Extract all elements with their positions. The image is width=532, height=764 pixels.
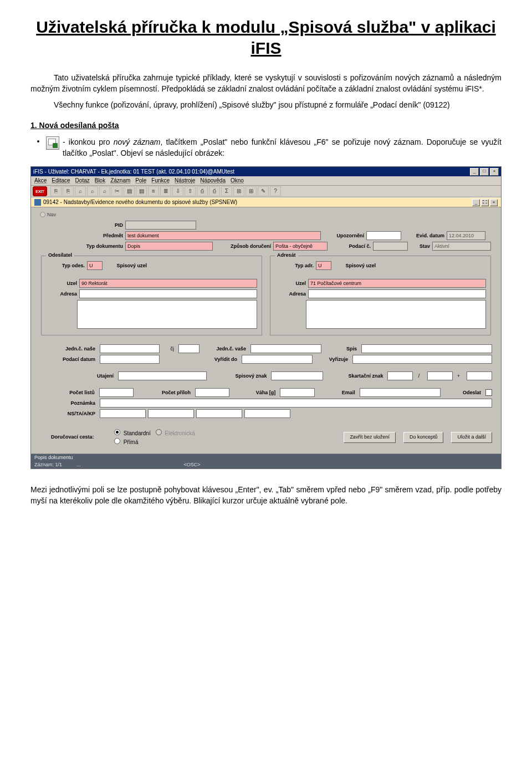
vyrizuje-label: Vyřizuje — [315, 357, 350, 362]
skartznak-field-2[interactable] — [427, 371, 453, 380]
radio-elektron-label: Elektronická — [165, 430, 195, 436]
jednvase-field[interactable] — [250, 344, 321, 353]
toolbar-button[interactable]: ⊞ — [245, 186, 257, 196]
toolbar-button[interactable]: ▤ — [124, 186, 135, 196]
zpusob-field[interactable]: Pošta - obyčejně — [273, 242, 328, 251]
adresa-a-field[interactable] — [308, 289, 486, 298]
typdok-label: Typ dokumentu — [40, 244, 125, 249]
skartznak-field-3[interactable] — [467, 371, 492, 380]
exit-button[interactable]: EXIT — [33, 186, 47, 196]
vyrizuje-field[interactable] — [352, 355, 492, 364]
menu-okno[interactable]: Okno — [231, 178, 244, 184]
toolbar-button[interactable]: ✂ — [111, 186, 122, 196]
uzel-a-field[interactable]: 71 Počítačové centrum — [308, 279, 486, 288]
maximize-button[interactable]: □ — [480, 168, 489, 176]
ulozit-button[interactable]: Uložit a další — [451, 432, 492, 443]
pocetpriloh-label: Počet příloh — [136, 390, 193, 395]
toolbar-button[interactable]: ⎘ — [63, 186, 74, 196]
toolbar-button[interactable]: ⎙ — [197, 186, 208, 196]
radio-standard[interactable] — [114, 429, 120, 435]
window-title: iFIS - Uživatel: CHARVAT - Ek.jednotka: … — [33, 169, 234, 175]
podacic-field[interactable] — [373, 242, 408, 251]
status-line-1: Popis dokumentu — [31, 454, 501, 461]
toolbar-button[interactable]: ⌕ — [99, 186, 110, 196]
toolbar-button[interactable]: ⎘ — [50, 186, 62, 196]
eviddatum-field[interactable]: 12.04.2010 — [447, 231, 485, 240]
menu-editace[interactable]: Editace — [52, 178, 70, 184]
menu-napoveda[interactable]: Nápověda — [200, 178, 226, 184]
predmet-field[interactable]: test dokument — [125, 231, 321, 240]
menu-blok[interactable]: Blok — [95, 178, 105, 184]
a-field[interactable] — [196, 409, 242, 418]
vaha-field[interactable] — [280, 388, 314, 397]
typdok-field[interactable]: Dopis — [125, 242, 213, 251]
menu-zaznam[interactable]: Záznam — [110, 178, 130, 184]
pocetpriloh-field[interactable] — [195, 388, 229, 397]
toolbar-button[interactable]: ? — [270, 186, 281, 196]
vyriditdo-field[interactable] — [242, 355, 313, 364]
skartznak-field-1[interactable] — [387, 371, 413, 380]
toolbar-button[interactable]: ⇩ — [172, 186, 183, 196]
toolbar-button[interactable]: ⌕ — [75, 186, 86, 196]
stav-field[interactable]: Aktivní — [432, 242, 491, 251]
upozorneni-field[interactable] — [366, 231, 401, 240]
typadr-field[interactable]: U — [316, 261, 331, 270]
jednnase-field[interactable] — [100, 344, 160, 353]
radio-prima[interactable] — [114, 438, 120, 444]
cj-field[interactable] — [178, 344, 200, 353]
odesilatel-group: Odesílatel Typ odes. U Spisový uzel Uzel… — [41, 256, 262, 335]
sub-maximize-button[interactable]: ⛶ — [481, 199, 489, 206]
jednvase-label: Jedn.č. vaše — [202, 347, 248, 352]
toolbar-button[interactable]: ⎙ — [209, 186, 220, 196]
kp-field[interactable] — [244, 409, 290, 418]
sub-minimize-button[interactable]: _ — [472, 199, 480, 206]
toolbar-button[interactable]: ✎ — [258, 186, 269, 196]
app-screenshot: iFIS - Uživatel: CHARVAT - Ek.jednotka: … — [30, 166, 502, 469]
utajeni-field[interactable] — [118, 371, 207, 380]
odeslat-checkbox[interactable] — [485, 389, 492, 396]
spisznak-field[interactable] — [271, 371, 323, 380]
toolbar: EXIT ⎘ ⎘ ⌕ ⌕ ⌕ ✂ ▤ ▤ ≡ ≣ ⇩ ⇧ ⎙ ⎙ Σ ⊞ ⊞ ✎… — [31, 186, 501, 197]
toolbar-button[interactable]: ⊞ — [233, 186, 244, 196]
minimize-button[interactable]: _ — [470, 168, 479, 176]
sub-close-button[interactable]: × — [490, 199, 498, 206]
ns-field[interactable] — [100, 409, 146, 418]
spis-field[interactable] — [361, 344, 492, 353]
menu-bar: Akce Editace Dotaz Blok Záznam Pole Funk… — [31, 176, 501, 186]
stav-label: Stav — [408, 244, 432, 249]
close-button[interactable]: × — [490, 168, 499, 176]
toolbar-button[interactable]: ⇧ — [185, 186, 196, 196]
pid-field[interactable] — [125, 221, 196, 230]
menu-pole[interactable]: Pole — [135, 178, 146, 184]
email-field[interactable] — [360, 388, 441, 397]
adresa-a-textarea[interactable] — [306, 300, 486, 329]
skartznak-label: Skartační znak — [325, 374, 385, 379]
spisznak-label: Spisový znak — [209, 374, 269, 379]
poznamka-label: Poznámka — [40, 401, 98, 406]
uzel-o-field[interactable]: 90 Rektorát — [79, 279, 257, 288]
toolbar-button[interactable]: ≡ — [148, 186, 159, 196]
bullet-marker: • — [30, 136, 46, 146]
jednnase-label: Jedn.č. naše — [40, 347, 98, 352]
odesilatel-legend: Odesílatel — [46, 253, 74, 258]
doruc-label: Doručovací cesta: — [40, 435, 109, 440]
toolbar-button[interactable]: ⌕ — [87, 186, 98, 196]
typodes-field[interactable]: U — [87, 261, 103, 270]
toolbar-button[interactable]: ≣ — [160, 186, 171, 196]
toolbar-button[interactable]: ▤ — [136, 186, 147, 196]
menu-nastroje[interactable]: Nástroje — [175, 178, 195, 184]
koncept-button[interactable]: Do konceptů — [403, 432, 444, 443]
adresa-o-field[interactable] — [79, 289, 257, 298]
ta-field[interactable] — [148, 409, 194, 418]
nav-radio[interactable] — [40, 212, 45, 217]
zavrit-button[interactable]: Zavřít bez uložení — [344, 432, 396, 443]
menu-akce[interactable]: Akce — [34, 178, 47, 184]
podacidatum-field[interactable] — [100, 355, 160, 364]
menu-funkce[interactable]: Funkce — [151, 178, 170, 184]
pocetlistu-field[interactable] — [99, 388, 134, 397]
adresa-o-textarea[interactable] — [77, 300, 257, 329]
menu-dotaz[interactable]: Dotaz — [75, 178, 90, 184]
toolbar-button[interactable]: Σ — [221, 186, 232, 196]
poznamka-field[interactable] — [100, 399, 492, 408]
adresat-group: Adresát Typ adr. U Spisový uzel Uzel 71 … — [270, 256, 491, 335]
